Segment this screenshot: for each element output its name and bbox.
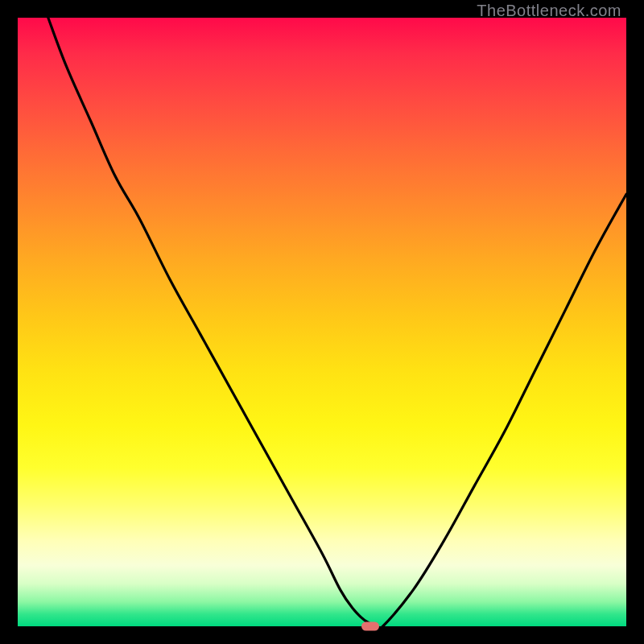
plot-area (18, 18, 626, 626)
curve-path (48, 18, 626, 630)
bottleneck-curve (18, 18, 626, 626)
minimum-marker (361, 622, 379, 631)
chart-container: TheBottleneck.com (0, 0, 644, 644)
